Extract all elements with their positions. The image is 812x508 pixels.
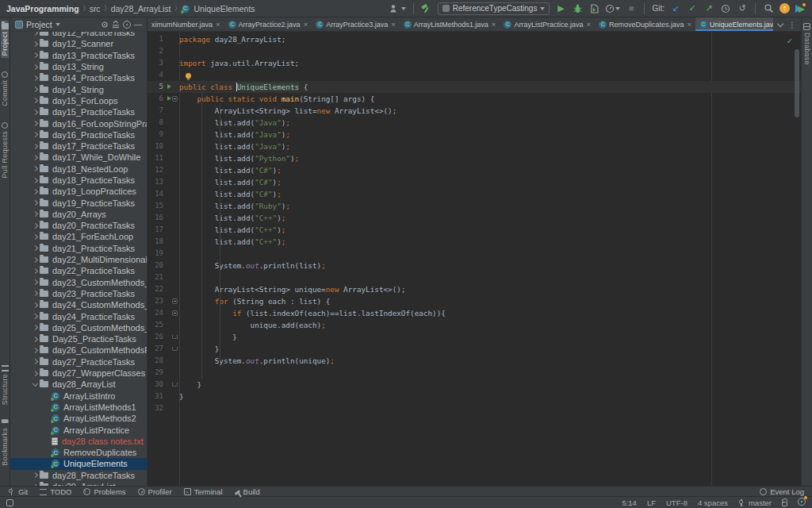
code-editor[interactable]: ✓ 1package day28_ArrayList;23import java… xyxy=(147,32,801,486)
tool-stripe-button-database[interactable]: Database xyxy=(803,21,811,67)
tree-item-day28-arraylist[interactable]: day28_ArrayList xyxy=(10,379,147,390)
code-line-8[interactable]: 8 list.add("Java"); xyxy=(147,117,801,129)
tab-close-icon[interactable]: × xyxy=(216,20,220,29)
tab-close-icon[interactable]: × xyxy=(586,20,591,29)
code-line-1[interactable]: 1package day28_ArrayList; xyxy=(147,33,801,45)
tab-options-icon[interactable]: ⋮ xyxy=(788,21,796,29)
code-line-21[interactable]: 21 xyxy=(147,271,801,283)
fold-end-icon[interactable] xyxy=(172,383,178,387)
code-line-3[interactable]: 3import java.util.ArrayList; xyxy=(147,57,801,69)
chevron-right-icon[interactable] xyxy=(31,110,40,114)
chevron-right-icon[interactable] xyxy=(31,258,40,262)
settings-notification-icon[interactable] xyxy=(798,498,806,507)
tab-ArrayListMethods1.java[interactable]: CArrayListMethods1.java× xyxy=(400,17,500,31)
chevron-right-icon[interactable] xyxy=(31,212,40,216)
tree-item-day12-practicetasks[interactable]: day12_PracticeTasks xyxy=(10,32,147,38)
tool-stripe-button-bookmarks[interactable]: Bookmarks xyxy=(1,417,9,468)
tree-item-day19-looppractices[interactable]: day19_LoopPractices xyxy=(10,186,147,197)
tree-item-day25-custommethods-c[interactable]: day25_CustomMethods_C xyxy=(10,322,147,333)
tree-item-day15-practicetasks[interactable]: day15_PracticeTasks xyxy=(10,106,147,117)
project-view-title[interactable]: Project xyxy=(26,20,52,29)
commit-icon[interactable]: ✓ xyxy=(687,2,698,15)
code-line-6[interactable]: 6 public static void main(String[] args)… xyxy=(147,93,801,105)
chevron-right-icon[interactable] xyxy=(31,473,40,477)
code-line-15[interactable]: 15 list.add("Ruby"); xyxy=(147,200,801,212)
tree-item-day13-practicetasks[interactable]: day13_PracticeTasks xyxy=(10,50,147,61)
git-branch[interactable]: master xyxy=(738,498,772,507)
chevron-right-icon[interactable] xyxy=(31,156,40,160)
chevron-right-icon[interactable] xyxy=(31,32,40,35)
tree-item-day28-practicetasks[interactable]: day28_PracticeTasks xyxy=(10,470,147,481)
tab-ArrayListPractice.java[interactable]: CArrayListPractice.java× xyxy=(500,17,595,31)
tool-stripe-button-commit[interactable]: Commit xyxy=(1,69,9,109)
tree-item-day27-wrapperclasses[interactable]: day27_WrapperClasses xyxy=(10,368,147,379)
tree-item-day17-practicetasks[interactable]: day17_PracticeTasks xyxy=(10,140,147,152)
indent-setting[interactable]: 4 spaces xyxy=(698,498,728,507)
editor-scrollbar[interactable] xyxy=(795,49,799,117)
run-with-coverage-icon[interactable] xyxy=(588,2,599,15)
tree-item-day24-practicetasks[interactable]: day24_PracticeTasks xyxy=(10,310,147,321)
code-line-17[interactable]: 17 list.add("C++"); xyxy=(147,224,801,236)
code-line-16[interactable]: 16 list.add("C++"); xyxy=(147,212,801,224)
build-hammer-icon[interactable] xyxy=(421,2,432,15)
chevron-right-icon[interactable] xyxy=(31,325,40,329)
tree-item-arraylistpractice[interactable]: CArrayListPractice xyxy=(10,424,147,435)
toolwindow-button-problems[interactable]: !Problems xyxy=(83,487,125,496)
tree-item-day18-practicetasks[interactable]: day18_PracticeTasks xyxy=(10,175,147,186)
tree-item-day14-string[interactable]: day14_String xyxy=(10,83,147,94)
fold-end-icon[interactable] xyxy=(172,347,178,351)
update-project-icon[interactable]: ↙ xyxy=(670,2,681,15)
tree-item-day21-practicetasks[interactable]: day21_PracticeTasks xyxy=(10,243,147,254)
inspection-ok-icon[interactable]: ✓ xyxy=(787,35,792,47)
code-line-25[interactable]: 25 unique.add(each); xyxy=(147,319,801,331)
code-line-20[interactable]: 20 System.out.println(list); xyxy=(147,260,801,271)
tree-item-day14-practicetasks[interactable]: day14_PracticeTasks xyxy=(10,72,147,83)
run-config-select[interactable]: ReferenceTypeCastings xyxy=(438,2,550,15)
breadcrumb-item[interactable]: src xyxy=(90,4,101,13)
chevron-right-icon[interactable] xyxy=(31,371,40,375)
code-line-4[interactable]: 4 xyxy=(147,69,801,81)
chevron-right-icon[interactable] xyxy=(31,42,40,46)
tree-item-day22-practicetasks[interactable]: day22_PracticeTasks xyxy=(10,265,147,276)
caret-position[interactable]: 5:14 xyxy=(622,498,637,507)
tree-item-day23-custommethods-v[interactable]: day23_CustomMethods_V xyxy=(10,277,147,288)
tree-item-day16-forloopstringprac[interactable]: day16_ForLoopStringPrac xyxy=(10,117,147,129)
ide-update-icon[interactable]: ↑ xyxy=(779,3,790,13)
chevron-right-icon[interactable] xyxy=(31,291,40,295)
tab-ArrayPractice3.java[interactable]: CArrayPractice3.java× xyxy=(312,17,400,31)
tree-item-day25-practicetasks[interactable]: Day25_PracticeTasks xyxy=(10,333,147,344)
tree-item-day27-practicetasks[interactable]: day27_PracticeTasks xyxy=(10,356,147,368)
chevron-right-icon[interactable] xyxy=(31,224,40,228)
tab-close-icon[interactable]: × xyxy=(688,20,692,29)
locate-file-icon[interactable] xyxy=(101,21,109,29)
tree-item-day24-custommethods-p[interactable]: day24_CustomMethods_P xyxy=(10,299,147,310)
toolwindow-button-build[interactable]: Build xyxy=(235,487,260,496)
chevron-right-icon[interactable] xyxy=(31,269,40,273)
code-line-10[interactable]: 10 list.add("Java"); xyxy=(147,140,801,152)
collapse-all-icon[interactable] xyxy=(112,21,120,29)
run-line-icon[interactable] xyxy=(167,84,171,89)
breadcrumb-item[interactable]: UniqueElements xyxy=(194,4,255,13)
chevron-right-icon[interactable] xyxy=(31,303,40,307)
tool-stripe-button-project[interactable]: Project xyxy=(1,21,9,58)
breadcrumb-item[interactable]: day28_ArrayList xyxy=(111,4,171,13)
chevron-right-icon[interactable] xyxy=(31,53,40,57)
tree-item-arraylistmethods2[interactable]: CArrayListMethods2 xyxy=(10,413,147,424)
code-line-11[interactable]: 11 list.add("Python"); xyxy=(147,152,801,164)
line-separator[interactable]: LF xyxy=(647,498,656,507)
tree-item-day23-practicetasks[interactable]: day23_PracticeTasks xyxy=(10,288,147,299)
code-line-30[interactable]: 30 } xyxy=(147,379,801,391)
tree-item-day29-arraylist[interactable]: day29_ArrayList xyxy=(10,481,147,486)
chevron-right-icon[interactable] xyxy=(31,65,40,69)
tab-close-icon[interactable]: × xyxy=(304,20,308,29)
code-line-14[interactable]: 14 list.add("C#"); xyxy=(147,188,801,200)
search-everywhere-icon[interactable] xyxy=(763,2,774,15)
chevron-down-icon[interactable] xyxy=(56,23,60,26)
code-line-27[interactable]: 27 } xyxy=(147,343,801,355)
breadcrumb-item[interactable]: JavaProgramming xyxy=(6,4,79,13)
chevron-right-icon[interactable] xyxy=(31,360,40,364)
code-line-13[interactable]: 13 list.add("C#"); xyxy=(147,176,801,188)
toolwindow-button-git[interactable]: Git xyxy=(8,487,28,496)
code-line-31[interactable]: 31} xyxy=(147,391,801,402)
chevron-right-icon[interactable] xyxy=(31,76,40,80)
